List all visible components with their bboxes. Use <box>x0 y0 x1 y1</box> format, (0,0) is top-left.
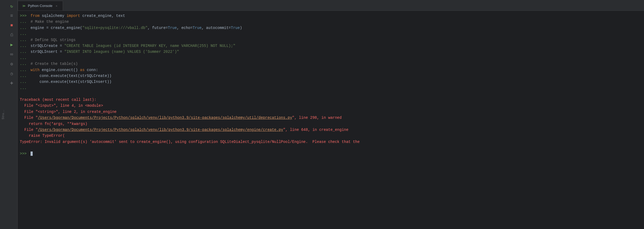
code-close-paren: ) <box>240 25 242 31</box>
comment-create-table: # Create the table(s) <box>31 61 78 67</box>
main-content: ≫ Python Console × >>> from sqlalchemy i… <box>18 0 644 229</box>
error-link-deprecations[interactable]: /Users/bgorman/Documents/Projects/Python… <box>38 115 292 121</box>
prompt-cont-9: ... <box>20 61 31 67</box>
stop-button[interactable]: ■ <box>8 21 16 29</box>
code-execute-create: conn.execute(text(strSQLCreate)) <box>31 73 111 79</box>
prompt-cont-7: ... <box>20 49 31 55</box>
tab-close-button[interactable]: × <box>55 4 58 8</box>
error-typeerror-msg: TypeError: Invalid argument(s) 'autocomm… <box>20 139 360 145</box>
settings-button[interactable]: ⚙ <box>8 60 16 68</box>
prompt-1: >>> <box>20 13 31 19</box>
cursor <box>31 152 33 156</box>
code-params: , future= <box>148 25 168 31</box>
error-file-suffix-3: ", line 298, in warned <box>292 115 342 121</box>
prompt-cont-4: ... <box>20 31 31 37</box>
comment-make-engine: # Make the engine <box>31 19 69 25</box>
prompt-cont-6: ... <box>20 43 31 49</box>
empty-line <box>20 91 644 97</box>
prompt-cont-2: ... <box>20 19 31 25</box>
error-line-2: File "<string>", line 2, in create_engin… <box>20 109 644 115</box>
code-echo: , echo= <box>177 25 193 31</box>
code-true-3: True <box>231 25 240 31</box>
code-db-string: "sqlite+pysqlite:///vball.db" <box>82 25 148 31</box>
code-line-11: ... conn.execute(text(strSQLCreate)) <box>20 73 644 79</box>
code-imports: create_engine, text <box>82 13 125 19</box>
code-execute-insert: conn.execute(text(strSQLInsert)) <box>31 79 111 85</box>
error-traceback-header: Traceback (most recent call last): <box>20 97 644 103</box>
code-line-8: ... <box>20 55 644 61</box>
error-file-prefix-3: File " <box>20 115 38 121</box>
error-file-input: File "<input>", line 4, in <module> <box>20 103 103 109</box>
code-keyword-from: from <box>31 13 42 19</box>
code-true-1: True <box>168 25 177 31</box>
code-line-4: ... <box>20 31 644 37</box>
error-raise-typeerror: raise TypeError( <box>20 133 65 139</box>
error-line-3: File "/Users/bgorman/Documents/Projects/… <box>20 115 644 121</box>
error-line-7: TypeError: Invalid argument(s) 'autocomm… <box>20 139 644 145</box>
error-return-fn: return fn(*args, **kwargs) <box>20 121 87 127</box>
empty-line-2 <box>20 145 644 151</box>
error-link-create[interactable]: /Users/bgorman/Documents/Projects/Python… <box>38 127 283 133</box>
code-keyword-import: import <box>66 13 82 19</box>
run-button[interactable]: ▶ <box>8 41 16 49</box>
prompt-cont-11: ... <box>20 73 31 79</box>
code-with: with <box>31 67 42 73</box>
code-module: sqlalchemy <box>42 13 66 19</box>
prompt-cont-5: ... <box>20 37 31 43</box>
tab-label: Python Console <box>28 4 53 8</box>
input-line[interactable]: >>> <box>20 151 644 157</box>
error-file-suffix-5: ", line 648, in create_engine <box>283 127 349 133</box>
code-conn: conn: <box>87 67 98 73</box>
prompt-cont-13: ... <box>20 85 31 91</box>
code-connect: engine.connect() <box>42 67 80 73</box>
prompt-cont-10: ... <box>20 67 31 73</box>
code-line-12: ... conn.execute(text(strSQLInsert)) <box>20 79 644 85</box>
console-output[interactable]: >>> from sqlalchemy import create_engine… <box>18 11 644 229</box>
prompt-cont-12: ... <box>20 79 31 85</box>
code-line-9: ... # Create the table(s) <box>20 61 644 67</box>
code-line-6: ... strSQLCreate = "CREATE TABLE leagues… <box>20 43 644 49</box>
code-sqlinsert-val: "INSERT INTO leagues (name) VALUES ('Sum… <box>64 49 179 55</box>
code-line-2: ... # Make the engine <box>20 19 644 25</box>
error-file-prefix-5: File " <box>20 127 38 133</box>
code-line-13: ... <box>20 85 644 91</box>
comment-sql-strings: # Define SQL strings <box>31 37 76 43</box>
code-engine-assign: engine = create_engine( <box>31 25 82 31</box>
code-line-5: ... # Define SQL strings <box>20 37 644 43</box>
code-line-3: ... engine = create_engine("sqlite+pysql… <box>20 25 644 31</box>
toolbar-sidebar: ↻ ≡ ■ ⎙ ▶ ∞ ⚙ ◷ + <box>6 0 18 229</box>
structure-panel: Stru... <box>0 0 6 229</box>
code-line-1: >>> from sqlalchemy import create_engine… <box>20 13 644 19</box>
python-tab-icon: ≫ <box>22 4 26 8</box>
tab-bar: ≫ Python Console × <box>18 0 644 11</box>
clock-button[interactable]: ◷ <box>8 70 16 78</box>
input-prompt: >>> <box>20 151 31 157</box>
rerun-button[interactable]: ↻ <box>8 2 16 10</box>
format-button[interactable]: ≡ <box>8 12 16 20</box>
code-sqlinsert-var: strSQLInsert = <box>31 49 64 55</box>
add-button[interactable]: + <box>8 79 16 87</box>
code-sqlcreate-val: "CREATE TABLE leagues (id INTEGER PRIMAR… <box>64 43 235 49</box>
traceback-text: Traceback (most recent call last): <box>20 97 96 103</box>
infinite-button[interactable]: ∞ <box>8 50 16 58</box>
print-button[interactable]: ⎙ <box>8 31 16 39</box>
python-console-tab[interactable]: ≫ Python Console × <box>18 1 63 10</box>
code-line-7: ... strSQLInsert = "INSERT INTO leagues … <box>20 49 644 55</box>
code-autocommit: , autocommit= <box>202 25 231 31</box>
error-line-4: return fn(*args, **kwargs) <box>20 121 644 127</box>
code-sqlcreate-var: strSQLCreate = <box>31 43 64 49</box>
error-line-5: File "/Users/bgorman/Documents/Projects/… <box>20 127 644 133</box>
error-file-string: File "<string>", line 2, in create_engin… <box>20 109 117 115</box>
code-line-10: ... with engine.connect() as conn: <box>20 67 644 73</box>
error-line-1: File "<input>", line 4, in <module> <box>20 103 644 109</box>
code-true-2: True <box>193 25 202 31</box>
structure-label: Stru... <box>1 110 5 119</box>
error-line-6: raise TypeError( <box>20 133 644 139</box>
prompt-cont-3: ... <box>20 25 31 31</box>
code-as: as <box>80 67 87 73</box>
prompt-cont-8: ... <box>20 55 31 61</box>
